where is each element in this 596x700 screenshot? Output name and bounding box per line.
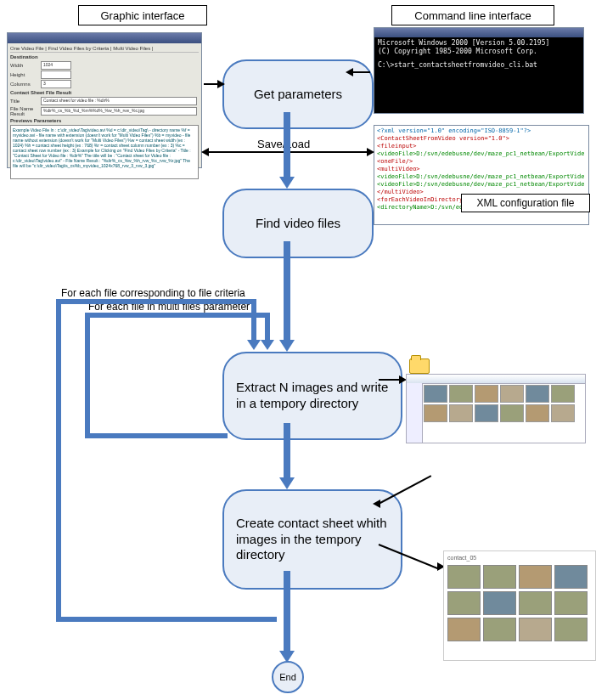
header-graphic-interface: Graphic interface [78, 5, 207, 25]
gui-tabs: One Video File | Find Video Files by Cri… [10, 46, 199, 53]
contact-sheet-output: contact_05 [443, 550, 596, 661]
folder-icon [409, 358, 430, 374]
step-find-video-files: Find video files [222, 189, 374, 258]
gui-window: One Video File | Find Video Files by Cri… [7, 32, 202, 168]
step-extract-images: Extract N images and write in a tempory … [222, 352, 402, 440]
loop-outer-label: For each file corresponding to file crit… [61, 287, 245, 299]
cli-window: Microsoft Windows 2000 [Version 5.00.219… [374, 27, 584, 114]
explorer-window [406, 374, 586, 443]
header-cli: Command line interface [391, 5, 554, 25]
end-node: End [272, 661, 304, 693]
xml-config-label: XML configuration file [461, 194, 590, 212]
